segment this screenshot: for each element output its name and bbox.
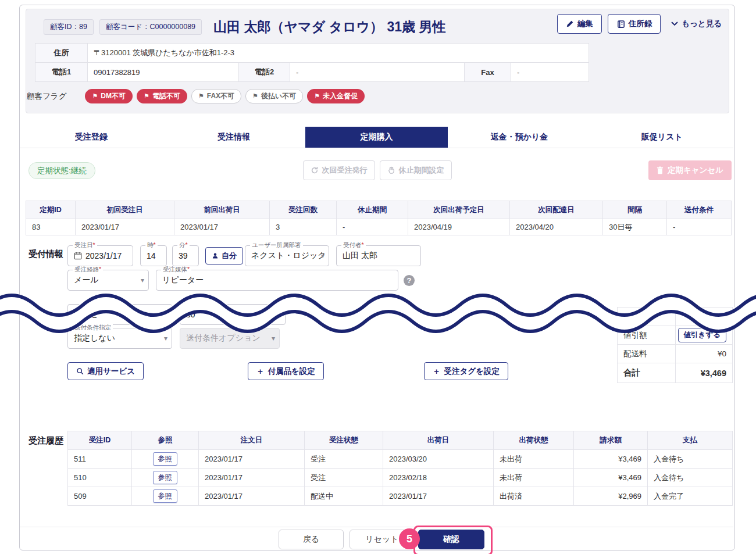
shipping-fee-value: ¥0 [676, 345, 733, 363]
customer-detail-page: 顧客ID：89 顧客コード：C0000000089 山田 太郎（ヤマダ タロウ）… [0, 0, 756, 554]
back-button[interactable]: 戻る [279, 530, 344, 549]
order-history-section-label: 受注履歴 [28, 435, 63, 446]
tab-subscription[interactable]: 定期購入 [305, 127, 448, 148]
col-next-ship-date: 次回出荷予定日 [408, 201, 510, 219]
receptionist-field[interactable]: 受付者* 山田 太郎 [336, 245, 421, 266]
applied-service-button[interactable]: 適用サービス [67, 362, 144, 380]
customer-id-badge: 顧客ID：89 [44, 19, 94, 35]
total-label: 合計 [618, 363, 676, 383]
col-order-status: 受注状態 [305, 431, 383, 450]
col-billed-amount: 請求額 [574, 431, 648, 450]
hour-field[interactable]: 時* 14 [140, 245, 167, 266]
more-link[interactable]: もっと見る [671, 19, 722, 29]
chevron-down-icon [671, 22, 678, 26]
phone2-value: - [290, 63, 465, 82]
caret-down-icon: ▾ [164, 334, 167, 342]
plus-icon: ＋ [433, 366, 441, 377]
flag-minyukin: ⚑未入金督促 [307, 89, 365, 103]
interval-unit-select[interactable]: 日ごと ▾ [67, 304, 172, 325]
history-row: 511 参照 2023/01/17 受注 2023/03/20 未出荷 ¥3,4… [68, 450, 733, 469]
address-book-button[interactable]: 住所録 [608, 14, 661, 34]
flag-icon: ⚑ [198, 92, 204, 100]
col-ship-date: 出荷日 [383, 431, 494, 450]
phone1-label: 電話1 [35, 63, 88, 82]
header-buttons: 編集 住所録 もっと見る [557, 14, 722, 34]
pause-period-button[interactable]: 休止期間設定 [380, 160, 452, 180]
flag-phone: ⚑電話不可 [137, 89, 187, 103]
flag-icon: ⚑ [92, 92, 98, 100]
col-reference: 参照 [132, 431, 199, 450]
search-icon [76, 367, 84, 375]
subscription-cancel-button[interactable]: 定期キャンセル [648, 160, 732, 180]
edit-button[interactable]: 編集 [557, 14, 602, 34]
col-order-id: 受注ID [68, 431, 132, 450]
plus-icon: ＋ [256, 366, 265, 377]
address-label: 住所 [35, 44, 88, 63]
col-first-order-date: 初回受注日 [76, 201, 174, 219]
reference-button[interactable]: 参照 [153, 452, 177, 466]
fax-label: Fax [465, 63, 511, 82]
ship-condition-option-select[interactable]: 送付条件オプション ▾ [180, 328, 280, 349]
interval-count-field[interactable]: 30 [180, 304, 286, 325]
col-order-count: 受注回数 [270, 201, 337, 219]
caret-down-icon: ▾ [272, 334, 275, 342]
person-icon [212, 252, 219, 259]
ship-condition-select[interactable]: 送付条件指定 指定しない ▾ [67, 328, 172, 349]
self-button[interactable]: 自分 [205, 247, 243, 265]
history-row: 510 参照 2023/01/17 受注 2023/02/18 未出荷 ¥3,4… [68, 469, 733, 487]
set-order-tag-button[interactable]: ＋ 受注タグを設定 [424, 362, 508, 380]
order-media-field[interactable]: 受注媒体* リピーター [156, 270, 398, 291]
confirm-button[interactable]: 確認 [418, 530, 484, 549]
col-subscription-id: 定期ID [26, 201, 76, 219]
subscription-status-badge: 定期状態:継続 [28, 162, 95, 179]
next-order-issue-button[interactable]: 次回受注発行 [303, 160, 375, 180]
refresh-icon [311, 166, 319, 174]
customer-flags-row: 顧客フラグ ⚑DM不可 ⚑電話不可 ⚑FAX不可 ⚑後払い不可 ⚑未入金督促 [27, 89, 729, 103]
subtotal-row: ¥3,469 [618, 308, 733, 326]
caret-down-icon: ▾ [321, 252, 324, 260]
reception-section-label: 受付情報 [28, 249, 63, 260]
hand-icon [387, 166, 395, 174]
history-row: 509 参照 2023/01/17 配送中 2023/01/17 出荷済 ¥2,… [68, 487, 733, 506]
customer-code-badge: 顧客コード：C0000000089 [99, 19, 202, 35]
order-channel-select[interactable]: 受注経路* メール ▾ [67, 270, 149, 291]
shipping-fee-label: 配送料 [618, 345, 676, 363]
totals-table: ¥3,469 値引額 値引きする 配送料 ¥0 合計 ¥3,469 [617, 307, 733, 383]
department-select[interactable]: ユーザー所属部署 ネクスト・ロジック ▾ [245, 245, 329, 266]
tab-order-register[interactable]: 受注登録 [20, 127, 162, 148]
flag-dm-fukа: ⚑DM不可 [85, 89, 133, 103]
tab-promo-list[interactable]: 販促リスト [591, 127, 733, 148]
help-icon[interactable]: ? [404, 275, 415, 286]
col-order-date: 注文日 [199, 431, 305, 450]
customer-name-title: 山田 太郎（ヤマダ タロウ） 31歳 男性 [213, 18, 445, 36]
subscription-summary-table: 定期ID 初回受注日 前回出荷日 受注回数 休止期間 次回出荷予定日 次回配達日… [26, 201, 732, 235]
reference-button[interactable]: 参照 [153, 471, 177, 484]
tab-bar: 受注登録 受注情報 定期購入 返金・預かり金 販促リスト [20, 127, 733, 148]
tab-order-info[interactable]: 受注情報 [162, 127, 305, 148]
address-value: 〒3120001 茨城県ひたちなか市佐和1-2-3 [88, 44, 589, 63]
set-accessory-button[interactable]: ＋ 付属品を設定 [248, 362, 324, 380]
subscription-row: 83 2023/01/17 2023/01/17 3 - 2023/04/19 … [26, 219, 732, 235]
address-book-icon [616, 20, 625, 28]
discount-label: 値引額 [618, 326, 676, 345]
minute-field[interactable]: 分* 39 [172, 245, 199, 266]
phone1-value: 09017382819 [88, 63, 239, 82]
tab-refund[interactable]: 返金・預かり金 [448, 127, 590, 148]
order-history-table: 受注ID 参照 注文日 受注状態 出荷日 出荷状態 請求額 支払 511 参照 … [67, 431, 733, 506]
apply-discount-button[interactable]: 値引きする [678, 328, 726, 342]
calendar-icon [74, 252, 82, 260]
phone2-label: 電話2 [239, 63, 290, 82]
customer-header-panel: 顧客ID：89 顧客コード：C0000000089 山田 太郎（ヤマダ タロウ）… [26, 9, 729, 113]
customer-title-row: 顧客ID：89 顧客コード：C0000000089 山田 太郎（ヤマダ タロウ）… [26, 9, 729, 41]
col-ship-status: 出荷状態 [494, 431, 574, 450]
order-date-field[interactable]: 受注日* 2023/1/17 [67, 245, 133, 266]
reference-button[interactable]: 参照 [153, 489, 177, 503]
total-value: ¥3,469 [676, 363, 733, 383]
col-pause-period: 休止期間 [337, 201, 408, 219]
caret-down-icon: ▾ [164, 310, 167, 319]
caret-down-icon: ▾ [141, 276, 144, 284]
customer-info-table: 住所 〒3120001 茨城県ひたちなか市佐和1-2-3 電話1 0901738… [35, 43, 589, 82]
pencil-icon [566, 20, 574, 28]
col-payment: 支払 [648, 431, 733, 450]
flag-atobarai: ⚑後払い不可 [245, 89, 303, 103]
